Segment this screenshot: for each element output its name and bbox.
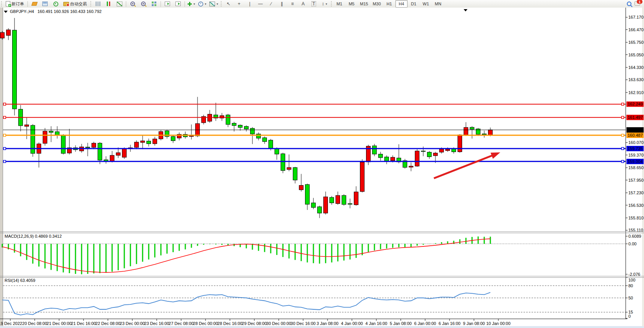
candle-up [116, 153, 120, 155]
toolbar-grip[interactable] [1, 1, 2, 6]
highlight-button[interactable] [29, 0, 40, 8]
price-tick-label: 163.630 [628, 77, 644, 82]
candle-down [275, 149, 279, 154]
trend-arrow-annotation[interactable] [434, 152, 500, 178]
timeframe-m5[interactable]: M5 [345, 0, 358, 8]
time-tick-label: 30 Dec 00:00 [266, 321, 291, 326]
periods-button[interactable]: ▾ [197, 0, 208, 8]
chart-shift-icon [175, 2, 181, 6]
line-handle[interactable] [3, 134, 6, 136]
zoom-in-button[interactable] [127, 0, 138, 8]
timeframe-m1[interactable]: M1 [333, 0, 345, 8]
tile-windows-button[interactable] [149, 0, 159, 8]
candle-down [312, 203, 316, 208]
toolbar-grip[interactable] [90, 1, 91, 6]
symbol-dropdown-icon[interactable] [4, 11, 8, 13]
monitor-icon [42, 2, 48, 6]
timeframe-h4[interactable]: H4 [395, 0, 408, 8]
price-level-label: 161.497 [628, 115, 643, 120]
signal-icon [53, 2, 58, 6]
zoom-out-button[interactable] [138, 0, 149, 8]
chart-window[interactable]: 162.249161.497160.487159.735159.004160.7… [0, 8, 644, 328]
line-handle[interactable] [622, 103, 624, 105]
text-tool[interactable]: A [298, 0, 308, 8]
crosshair-tool[interactable]: + [234, 0, 244, 8]
level-line-162.249[interactable] [3, 101, 644, 107]
candle-down [269, 140, 273, 149]
cursor-tool-icon: ↖ [226, 2, 230, 6]
hline-tool[interactable]: — [255, 0, 266, 8]
market-watch-button[interactable] [40, 0, 50, 8]
candle-down [244, 126, 249, 129]
arrow-shaft[interactable] [434, 155, 493, 178]
text-tool-icon: A [302, 2, 305, 6]
bar-chart-icon [96, 2, 100, 6]
cursor-tool[interactable]: ↖ [223, 0, 234, 8]
time-tick-label: 21 Dec 16:00 [71, 321, 96, 326]
level-line-161.497[interactable] [3, 115, 644, 120]
hline-tool-icon: — [258, 2, 263, 6]
crosshair-tool-icon: + [238, 2, 241, 6]
channel-tool-icon: ∥ [281, 2, 283, 6]
templates-button[interactable]: ▾ [208, 0, 220, 8]
shapes-tool[interactable]: ↕▾ [319, 0, 330, 8]
price-level-label: 159.004 [628, 159, 643, 164]
vline-tool[interactable]: | [244, 0, 255, 8]
chevron-down-icon: ▾ [217, 2, 218, 6]
timeframe-m15[interactable]: M15 [358, 0, 370, 8]
time-tick-label: 21 Dec 00:00 [47, 321, 71, 326]
line-handle[interactable] [622, 160, 624, 163]
candle-up [110, 155, 114, 162]
candle-down [171, 136, 175, 141]
line-handle[interactable] [3, 147, 6, 150]
vline-tool-icon: | [249, 2, 250, 6]
separator [161, 1, 161, 7]
line-handle[interactable] [3, 116, 6, 118]
timeframe-m30[interactable]: M30 [370, 0, 383, 8]
trendline-tool[interactable]: ∕ [266, 0, 276, 8]
bar-chart-button[interactable] [93, 0, 103, 8]
indicators-button[interactable]: ▾ [186, 0, 197, 8]
price-tick-label: 167.170 [628, 15, 644, 19]
timeframe-h1[interactable]: H1 [383, 0, 395, 8]
timeframe-d1[interactable]: D1 [408, 0, 420, 8]
macd-histogram [2, 237, 490, 274]
search-button[interactable] [624, 0, 634, 8]
candle-up [287, 168, 291, 170]
channel-tool[interactable]: ∥ [276, 0, 287, 8]
new-order-button[interactable]: 新订单 [3, 0, 26, 8]
candle-down [226, 115, 230, 125]
line-chart-button[interactable] [114, 0, 125, 8]
time-tick-label: 6 Jan 16:00 [438, 321, 461, 326]
line-handle[interactable] [622, 134, 624, 136]
candle-down [452, 149, 456, 152]
chart-shift-button[interactable] [173, 0, 183, 8]
chart-canvas[interactable]: 162.249161.497160.487159.735159.004160.7… [0, 8, 644, 328]
toolbar-grip[interactable] [221, 1, 222, 6]
time-tick-label: 29 Dec 08:00 [242, 321, 267, 326]
auto-scroll-button[interactable] [162, 0, 173, 8]
label-tool[interactable]: T [308, 0, 319, 8]
candle-down [49, 131, 53, 132]
toolbar-grip[interactable] [331, 1, 332, 6]
candle-down [482, 134, 487, 134]
candle-down [147, 141, 151, 144]
line-handle[interactable] [622, 116, 624, 118]
auto-trading-button[interactable]: 自动交易 [61, 0, 89, 8]
line-handle[interactable] [622, 147, 624, 150]
candle-up [324, 197, 328, 213]
signals-button[interactable] [50, 0, 61, 8]
line-handle[interactable] [3, 103, 6, 105]
chart-shift-marker[interactable] [464, 9, 467, 11]
price-tick-label: 165.050 [628, 53, 644, 57]
candlestick-icon [106, 2, 111, 6]
time-tick-label: 6 Jan 00:00 [414, 321, 436, 326]
line-handle[interactable] [3, 160, 6, 163]
level-line-160.487[interactable] [3, 133, 644, 138]
fibonacci-tool[interactable]: ≡ [287, 0, 298, 8]
timeframe-w1[interactable]: W1 [420, 0, 432, 8]
candlestick-button[interactable] [103, 0, 114, 8]
candle-down [427, 152, 432, 157]
notifications-button[interactable]: 1 [634, 1, 640, 6]
timeframe-mn[interactable]: MN [432, 0, 444, 8]
